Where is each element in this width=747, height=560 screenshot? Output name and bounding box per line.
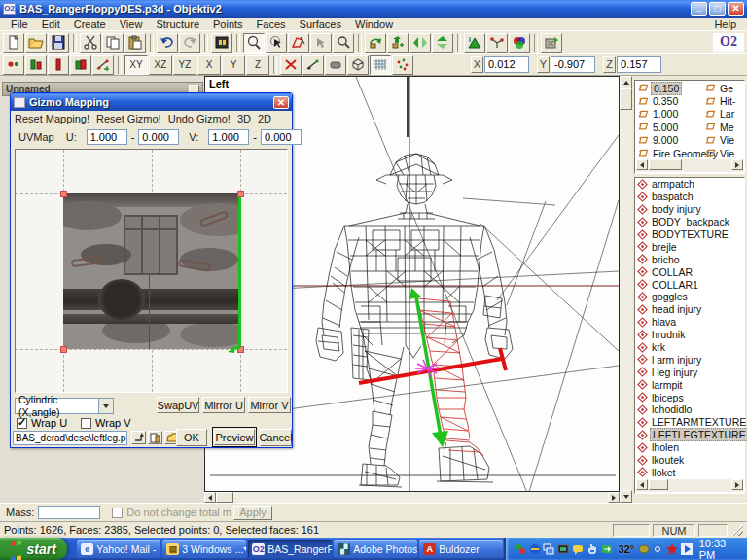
lod-list-item[interactable]: Vie bbox=[703, 147, 744, 159]
v1-field[interactable]: 1.000 bbox=[208, 129, 249, 145]
new-file-button[interactable] bbox=[3, 33, 24, 52]
mirror-u-button[interactable]: Mirror U bbox=[202, 397, 245, 413]
lod-list-item[interactable]: Lar bbox=[703, 108, 744, 121]
mirror-v-button[interactable]: Mirror V bbox=[248, 397, 291, 413]
lod-list-item[interactable]: 9.000 bbox=[636, 134, 702, 147]
selection-list-item[interactable]: brejle bbox=[635, 240, 744, 253]
update-globe-icon[interactable] bbox=[528, 542, 541, 556]
texture-library-button[interactable] bbox=[211, 33, 232, 52]
v2-field[interactable]: 0.000 bbox=[261, 129, 302, 145]
selection-list-item[interactable]: lchodidlo bbox=[635, 403, 744, 416]
selection-list-item[interactable]: BODY_backpack bbox=[635, 216, 744, 228]
volume-coin-icon[interactable] bbox=[637, 542, 650, 556]
deselect-button[interactable] bbox=[310, 33, 332, 52]
wrap-v-checkbox[interactable] bbox=[81, 418, 91, 429]
u1-field[interactable]: 1.000 bbox=[87, 129, 127, 145]
selection-list-item[interactable]: goggles bbox=[635, 291, 744, 303]
selection-list-item[interactable]: LEFTLEGTEXTURE bbox=[635, 429, 744, 441]
undo-button[interactable] bbox=[157, 33, 178, 52]
selection-list-item[interactable]: baspatch bbox=[635, 191, 744, 203]
flip-vertical-button[interactable] bbox=[432, 33, 453, 52]
globe-q-icon[interactable] bbox=[652, 542, 664, 556]
reset-gizmo-menu[interactable]: Reset Gizmo! bbox=[96, 112, 168, 126]
mass-field[interactable] bbox=[38, 506, 100, 519]
task-yahoo-mail[interactable]: e Yahoo! Mail - ... bbox=[77, 540, 160, 558]
selection-list[interactable]: armpatch baspatch body injury BODY_backp… bbox=[634, 177, 745, 494]
lod-list-item[interactable]: Hit- bbox=[703, 94, 744, 107]
drag-points-button[interactable] bbox=[92, 55, 114, 75]
texture-list-button[interactable] bbox=[148, 431, 162, 444]
selection-list-item[interactable]: lloket bbox=[635, 466, 744, 478]
copy-button[interactable] bbox=[102, 33, 124, 52]
menu-view[interactable]: View bbox=[113, 18, 150, 30]
cancel-button[interactable]: Cancel bbox=[260, 429, 292, 446]
redo-button[interactable] bbox=[179, 33, 200, 52]
preview-button[interactable]: Preview bbox=[212, 427, 257, 447]
lod-list-hscrollbar[interactable] bbox=[636, 159, 743, 172]
dropdown-arrow-icon[interactable] bbox=[98, 399, 113, 413]
rgb-color-button[interactable] bbox=[509, 33, 530, 52]
weather-temp[interactable]: 32° bbox=[619, 543, 635, 555]
flip-horizontal-button[interactable] bbox=[409, 33, 431, 52]
undo-gizmo-menu[interactable]: Undo Gizmo! bbox=[168, 112, 237, 126]
uv-preview-area[interactable] bbox=[15, 149, 288, 393]
selection-list-item[interactable]: armpatch bbox=[635, 178, 744, 191]
resize-grip[interactable] bbox=[731, 524, 743, 536]
winamp-icon[interactable] bbox=[666, 542, 679, 556]
uv-edge-highlight[interactable] bbox=[238, 193, 241, 349]
snap-button[interactable] bbox=[302, 55, 324, 75]
uv-handle-bl[interactable] bbox=[60, 346, 67, 353]
wrap-u-checkbox[interactable] bbox=[17, 418, 27, 429]
selection-list-item[interactable]: krk bbox=[635, 341, 744, 354]
lod-list-item[interactable]: 5.000 bbox=[636, 121, 702, 133]
plane-x-button[interactable]: X bbox=[197, 55, 221, 75]
select-lasso-button[interactable] bbox=[243, 33, 265, 52]
menu-create[interactable]: Create bbox=[67, 18, 113, 30]
plane-yz-button[interactable]: YZ bbox=[173, 55, 196, 75]
edge-mode-button[interactable] bbox=[25, 55, 47, 75]
vertex-tool-button[interactable] bbox=[486, 33, 508, 52]
lod-list-item[interactable]: 0.350 bbox=[636, 94, 702, 107]
selection-list-item[interactable]: hrudnik bbox=[635, 329, 744, 341]
task-photoshop[interactable]: ▞ Adobe Photos... bbox=[334, 540, 417, 558]
graphics-card-icon[interactable] bbox=[601, 542, 614, 556]
texture-path-field[interactable]: BAS_derad\dese\leftleg.paa bbox=[13, 431, 127, 445]
cut-button[interactable] bbox=[80, 33, 101, 52]
dialog-close-button[interactable]: ✕ bbox=[273, 96, 289, 109]
plane-xy-button[interactable]: XY bbox=[124, 55, 148, 75]
selection-list-item[interactable]: head injury bbox=[635, 303, 744, 316]
close-button[interactable]: ✕ bbox=[728, 2, 744, 16]
select-poly-button[interactable] bbox=[288, 33, 309, 52]
menu-file[interactable]: File bbox=[4, 18, 35, 30]
plane-y-button[interactable]: Y bbox=[222, 55, 245, 75]
minimize-button[interactable]: _ bbox=[691, 2, 707, 16]
task-buldozer[interactable]: A Buldozer bbox=[419, 540, 503, 558]
media-play-icon[interactable] bbox=[681, 542, 694, 556]
menu-points[interactable]: Points bbox=[206, 18, 250, 30]
swapuv-button[interactable]: SwapUV bbox=[157, 397, 199, 413]
messenger-icon[interactable] bbox=[514, 542, 526, 556]
lod-list-item[interactable]: 0.150 bbox=[636, 82, 702, 94]
menu-structure[interactable]: Structure bbox=[149, 18, 206, 30]
menu-window[interactable]: Window bbox=[348, 18, 400, 30]
menu-surfaces[interactable]: Surfaces bbox=[293, 18, 348, 30]
grid-button[interactable] bbox=[370, 55, 391, 75]
ok-button[interactable]: OK bbox=[176, 429, 207, 446]
x-coord-field[interactable]: 0.012 bbox=[484, 56, 529, 73]
selection-list-item[interactable]: BODYTEXTURE bbox=[635, 228, 744, 241]
box-view-button[interactable] bbox=[347, 55, 369, 75]
face-mode-button[interactable] bbox=[48, 55, 69, 75]
uv-handle-tl[interactable] bbox=[60, 191, 67, 197]
taskbar-clock[interactable]: 10:33 PM bbox=[699, 538, 741, 560]
menu-3d[interactable]: 3D bbox=[237, 112, 258, 126]
tv-tuner-icon[interactable] bbox=[557, 542, 570, 556]
path-history-button[interactable] bbox=[131, 431, 146, 444]
lod-list-item[interactable]: Me bbox=[703, 121, 744, 133]
zoom-button[interactable] bbox=[333, 33, 354, 52]
lod-list-item[interactable]: 1.000 bbox=[636, 108, 702, 121]
lod-list-item[interactable]: Vie bbox=[703, 134, 744, 147]
delete-selection-button[interactable] bbox=[280, 55, 302, 75]
save-button[interactable] bbox=[48, 33, 69, 52]
open-file-button[interactable] bbox=[25, 33, 47, 52]
selection-list-item[interactable]: bricho bbox=[635, 253, 744, 265]
